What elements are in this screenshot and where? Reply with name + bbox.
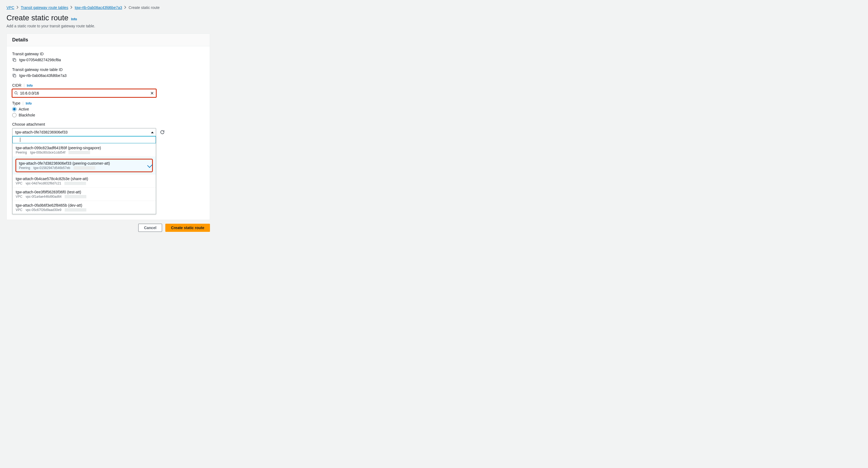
attachment-search-input[interactable] (12, 136, 156, 144)
redacted-chip (65, 195, 86, 198)
cidr-info-link[interactable]: Info (27, 84, 33, 87)
breadcrumb-vpc[interactable]: VPC (6, 5, 14, 10)
tgw-id-value: tgw-07054d8274298cf8a (19, 58, 61, 62)
details-panel: Details Transit gateway ID tgw-07054d827… (6, 34, 210, 220)
attachment-label: Choose attachment (12, 122, 204, 126)
attachment-dropdown: tgw-attach-099c823adf641f69f (peering-si… (12, 136, 156, 214)
attachment-option[interactable]: tgw-attach-0ee3f9f56283f36f0 (test-att)V… (12, 188, 156, 201)
type-option-active[interactable]: Active (12, 107, 204, 111)
attachment-selected-value: tgw-attach-0fe7d38236906ef33 (15, 130, 68, 134)
page-title-info-link[interactable]: Info (71, 17, 77, 21)
attachment-option[interactable]: tgw-attach-0b4cae578c4c82b3e (share-att)… (12, 174, 156, 188)
create-route-button[interactable]: Create static route (165, 224, 210, 232)
copy-icon[interactable] (12, 58, 17, 62)
copy-icon[interactable] (12, 74, 17, 78)
attachment-select[interactable]: tgw-attach-0fe7d38236906ef33 (12, 128, 156, 136)
type-radio-blackhole[interactable] (12, 113, 17, 117)
attachment-option-sub: VPCvpc-05c67f26d9aad30e9 (16, 208, 153, 212)
chevron-right-icon (124, 5, 126, 10)
breadcrumb-rtb-id[interactable]: tgw-rtb-0ab08ac43fd6be7a3 (75, 5, 122, 10)
svg-rect-3 (14, 75, 16, 77)
caret-up-icon (151, 130, 154, 134)
details-panel-header: Details (7, 34, 210, 46)
attachment-option-title: tgw-attach-099c823adf641f69f (peering-si… (16, 146, 153, 150)
attachment-option-sub: Peeringtgw-01582947d546b57eb (19, 166, 149, 170)
type-radio-active[interactable] (12, 107, 17, 111)
page-title: Create static route (6, 13, 68, 22)
attachment-option-title: tgw-attach-0b4cae578c4c82b3e (share-att) (16, 177, 153, 181)
type-blackhole-label: Blackhole (19, 113, 35, 117)
type-option-blackhole[interactable]: Blackhole (12, 113, 204, 117)
search-icon (14, 91, 18, 95)
svg-point-4 (14, 91, 17, 94)
attachment-option-sub: VPCvpc-04d7ecd832f8d7c21 (16, 181, 153, 185)
redacted-chip (73, 166, 95, 170)
attachment-option-sub: Peeringtgw-00bc80cbce1cdd54f (16, 151, 153, 154)
attachment-option[interactable]: tgw-attach-0fe7d38236906ef33 (peering-cu… (12, 157, 156, 174)
text-cursor (20, 138, 20, 142)
footer-actions: Cancel Create static route (6, 224, 210, 232)
attachment-option-title: tgw-attach-0fa9b6f3e62f8465b (dev-att) (16, 203, 153, 207)
redacted-chip (65, 208, 86, 211)
redacted-chip (68, 151, 90, 154)
redacted-chip (64, 182, 86, 185)
type-active-label: Active (19, 107, 29, 111)
chevron-right-icon (70, 5, 72, 10)
attachment-option[interactable]: tgw-attach-099c823adf641f69f (peering-si… (12, 144, 156, 157)
cidr-input[interactable] (12, 89, 156, 97)
type-radio-group: Active Blackhole (12, 107, 204, 117)
tgw-id-label: Transit gateway ID (12, 52, 204, 56)
breadcrumb-route-tables[interactable]: Transit gateway route tables (21, 5, 68, 10)
type-info-link[interactable]: Info (26, 101, 32, 105)
page-subtitle: Add a static route to your transit gatew… (6, 24, 862, 28)
rtb-id-label: Transit gateway route table ID (12, 67, 204, 72)
attachment-option-title: tgw-attach-0fe7d38236906ef33 (peering-cu… (19, 161, 149, 166)
clear-icon[interactable] (150, 91, 154, 95)
rtb-id-value: tgw-rtb-0ab08ac43fd6be7a3 (19, 74, 67, 78)
attachment-option-sub: VPCvpc-0f1a4ae446d90ad64 (16, 195, 153, 199)
refresh-button[interactable] (160, 130, 165, 135)
breadcrumb: VPC Transit gateway route tables tgw-rtb… (6, 5, 862, 10)
cidr-input-wrap (12, 89, 156, 97)
attachment-option-title: tgw-attach-0ee3f9f56283f36f0 (test-att) (16, 190, 153, 194)
type-label: Type (12, 101, 20, 105)
svg-rect-1 (14, 59, 16, 61)
breadcrumb-current: Create static route (128, 5, 159, 10)
cidr-label: CIDR (12, 83, 21, 87)
chevron-right-icon (17, 5, 19, 10)
attachment-option[interactable]: tgw-attach-0fa9b6f3e62f8465b (dev-att)VP… (12, 201, 156, 214)
cancel-button[interactable]: Cancel (138, 224, 162, 232)
svg-line-5 (17, 94, 18, 94)
